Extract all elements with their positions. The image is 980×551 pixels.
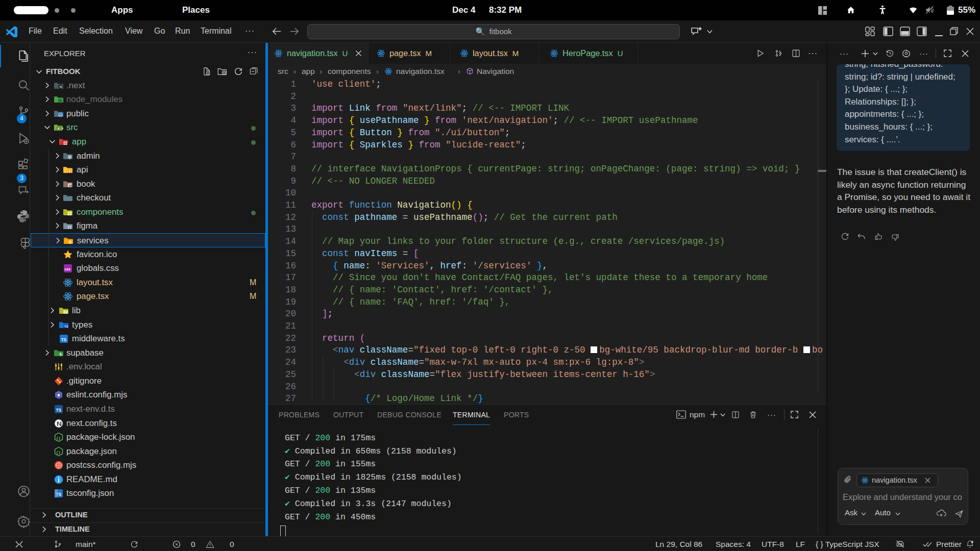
svg-text:B: B [69,184,72,187]
svg-text:TS: TS [56,407,61,412]
svg-text:{ }: { } [57,449,60,454]
svg-text:TS: TS [61,337,66,342]
svg-text:css: css [64,267,70,271]
svg-text:TS: TS [64,324,68,328]
svg-text:{ }: { } [57,436,60,440]
